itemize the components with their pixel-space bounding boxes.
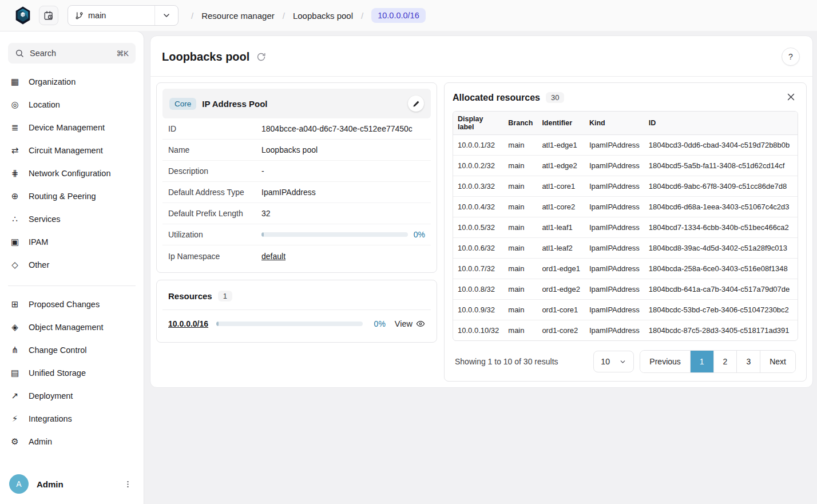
close-icon[interactable] (785, 91, 797, 103)
sidebar-item[interactable]: ▦ Organization (0, 70, 144, 93)
sidebar-item[interactable]: ↗ Deployment (0, 384, 144, 407)
sidebar-item[interactable]: ⋔ Change Control (0, 339, 144, 362)
sidebar-item-label: Object Management (29, 323, 104, 332)
topbar: main / Resource manager / Loopbacks pool… (0, 0, 817, 31)
cell-id: 1804bcd7-1334-6cbb-340b-c51bec466ca2 (644, 217, 798, 238)
sidebar-item[interactable]: ∴ Services (0, 208, 144, 231)
cell-identifier: atl1-edge1 (537, 135, 585, 156)
app-logo[interactable] (14, 6, 32, 25)
cube-icon: ◇ (10, 260, 20, 270)
sidebar-item[interactable]: ⊕ Routing & Peering (0, 185, 144, 208)
view-label: View (395, 319, 413, 328)
table-row[interactable]: 10.0.0.10/32 main ord1-core2 IpamIPAddre… (453, 320, 798, 341)
page-button[interactable]: 3 (736, 351, 760, 372)
object-type-label: IP Address Pool (202, 99, 267, 109)
cell-kind: IpamIPAddress (585, 259, 644, 279)
sidebar-item[interactable]: ⇄ Circuit Management (0, 139, 144, 162)
page-size-select[interactable]: 10 (593, 351, 634, 372)
sidebar-item[interactable]: ⋕ Network Configuration (0, 162, 144, 185)
field-label: ID (168, 124, 261, 133)
sidebar-item[interactable]: ◈ Object Management (0, 316, 144, 339)
column-header: Kind (585, 112, 644, 135)
field-value: Loopbacks pool (261, 145, 425, 154)
edit-button[interactable] (408, 96, 424, 112)
server-icon: ≣ (10, 122, 20, 133)
avatar[interactable]: A (9, 474, 29, 494)
sidebar-item[interactable]: ⚙ Admin (0, 430, 144, 453)
allocated-header: Allocated resources 30 (453, 90, 798, 111)
field-value: 32 (261, 209, 425, 218)
sidebar-item[interactable]: ⚡ Integrations (0, 407, 144, 430)
field-row: ID 1804bcce-a040-d6c7-340e-c512ee77450c (162, 118, 431, 140)
field-row: Description - (162, 161, 431, 182)
page-button[interactable]: 1 (690, 351, 713, 372)
resource-percent: 0% (374, 319, 386, 328)
help-button[interactable]: ? (782, 47, 800, 66)
table-row[interactable]: 10.0.0.6/32 main atl1-leaf2 IpamIPAddres… (453, 238, 798, 259)
sidebar-item[interactable]: ◎ Location (0, 93, 144, 116)
cell-branch: main (503, 135, 537, 156)
table-row[interactable]: 10.0.0.2/32 main atl1-edge2 IpamIPAddres… (453, 156, 798, 176)
breadcrumb-current[interactable]: 10.0.0.0/16 (371, 8, 426, 23)
table-body: 10.0.0.1/32 main atl1-edge1 IpamIPAddres… (453, 135, 798, 341)
next-button[interactable]: Next (760, 351, 795, 372)
sidebar-item-label: Circuit Management (29, 146, 103, 155)
field-value: IpamIPAddress (261, 188, 425, 197)
user-name: Admin (37, 479, 113, 489)
refresh-button[interactable] (256, 52, 266, 62)
table-row[interactable]: 10.0.0.9/32 main ord1-core1 IpamIPAddres… (453, 300, 798, 320)
cell-kind: IpamIPAddress (585, 279, 644, 300)
sidebar-item-label: Device Management (29, 123, 105, 132)
table-row[interactable]: 10.0.0.1/32 main atl1-edge1 IpamIPAddres… (453, 135, 798, 156)
results-summary: Showing 1 to 10 of 30 results (455, 357, 558, 366)
table-row[interactable]: 10.0.0.5/32 main atl1-leaf1 IpamIPAddres… (453, 217, 798, 238)
cell-display-label: 10.0.0.9/32 (453, 300, 503, 320)
refresh-icon (256, 52, 266, 62)
branch-selector[interactable]: main (68, 5, 179, 26)
previous-button[interactable]: Previous (640, 351, 689, 372)
sidebar-item[interactable]: ≣ Device Management (0, 116, 144, 139)
sidebar-item[interactable]: ⊞ Proposed Changes (0, 293, 144, 316)
field-row: Name Loopbacks pool (162, 140, 431, 161)
cell-display-label: 10.0.0.7/32 (453, 259, 503, 279)
allocated-resources-card: Allocated resources 30 Display labelBran… (444, 82, 807, 382)
field-row: Default Prefix Length 32 (162, 203, 431, 224)
sidebar-item[interactable]: ▤ Unified Storage (0, 362, 144, 384)
table-row[interactable]: 10.0.0.4/32 main atl1-core2 IpamIPAddres… (453, 197, 798, 217)
table-row[interactable]: 10.0.0.3/32 main atl1-core1 IpamIPAddres… (453, 176, 798, 197)
sidebar-item[interactable]: ◇ Other (0, 253, 144, 276)
ip-monitor-icon: ▣ (10, 237, 20, 247)
table-row[interactable]: 10.0.0.7/32 main ord1-edge1 IpamIPAddres… (453, 259, 798, 279)
sidebar-item-label: Routing & Peering (29, 192, 96, 201)
cell-id: 1804bcdc-53bd-c7eb-3406-c51047230bc2 (644, 300, 798, 320)
page-title: Loopbacks pool (162, 50, 249, 64)
chevron-down-icon (619, 358, 626, 366)
cell-id: 1804bcdb-641a-ca7b-3404-c517a79d07de (644, 279, 798, 300)
time-travel-button[interactable] (39, 6, 58, 25)
breadcrumb-link[interactable]: Loopbacks pool (293, 11, 353, 21)
breadcrumb: / Resource manager / Loopbacks pool / 10… (191, 8, 426, 23)
view-link[interactable]: View (395, 319, 425, 328)
prefix-link[interactable]: 10.0.0.0/16 (168, 319, 208, 328)
rocket-icon: ↗ (10, 391, 20, 401)
plug-icon: ⚡ (10, 414, 20, 424)
user-menu-button[interactable] (121, 478, 134, 491)
search-input[interactable]: Search ⌘K (8, 43, 136, 64)
resources-header: Resources 1 (162, 286, 431, 310)
sidebar-item[interactable]: ▣ IPAM (0, 231, 144, 253)
sidebar-item-label: Other (29, 260, 49, 269)
cell-branch: main (503, 279, 537, 300)
table-row[interactable]: 10.0.0.8/32 main ord1-edge2 IpamIPAddres… (453, 279, 798, 300)
cell-branch: main (503, 259, 537, 279)
cell-id: 1804bcda-258a-6ce0-3403-c516e08f1348 (644, 259, 798, 279)
sidebar-divider (8, 285, 136, 286)
page-button[interactable]: 2 (713, 351, 737, 372)
storage-icon: ▤ (10, 368, 20, 378)
search-icon (15, 49, 24, 58)
sidebar-nav-primary: ▦ Organization ◎ Location ≣ Device Manag… (0, 69, 144, 277)
breadcrumb-link[interactable]: Resource manager (201, 11, 275, 21)
field-label: Default Prefix Length (168, 209, 261, 218)
namespace-link[interactable]: default (261, 252, 285, 261)
git-branch-icon (75, 11, 84, 20)
column-header: Branch (503, 112, 537, 135)
